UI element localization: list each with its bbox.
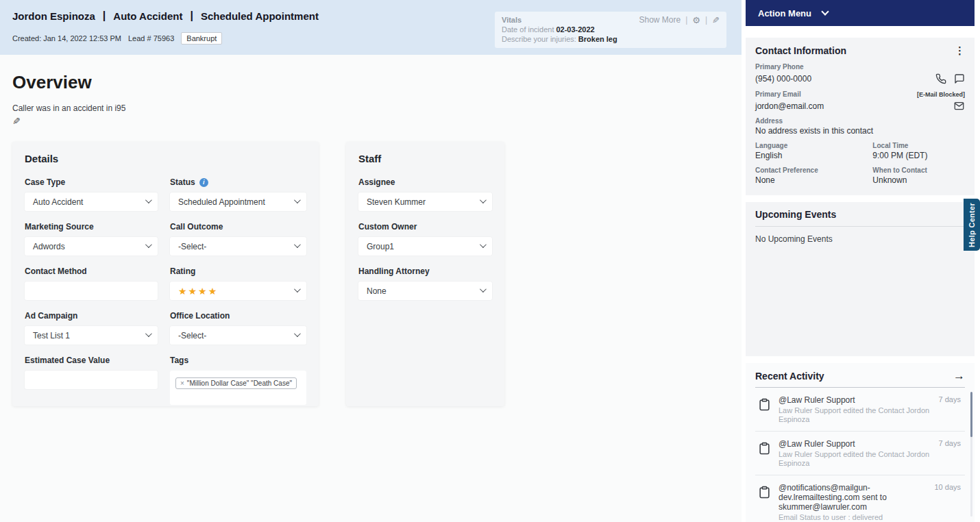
field-office-location: Office Location -Select- — [170, 311, 306, 345]
custom-owner-select[interactable]: Group1 — [358, 237, 492, 256]
status-select[interactable]: Scheduled Appointment — [170, 192, 306, 211]
kebab-menu-icon[interactable]: ⋮ — [955, 45, 965, 57]
lead-number: Lead # 75963 — [128, 34, 174, 42]
phone-icon[interactable] — [935, 73, 946, 84]
activity-item[interactable]: @notifications@mailgun-dev.lremailtestin… — [755, 475, 965, 522]
field-label: Call Outcome — [170, 222, 306, 232]
activity-item[interactable]: @Law Ruler Support 7 days Law Ruler Supp… — [755, 432, 965, 475]
field-status: Status i Scheduled Appointment — [170, 177, 306, 211]
field-marketing-source: Marketing Source Adwords — [25, 222, 158, 256]
upcoming-events-title: Upcoming Events — [755, 209, 965, 227]
activity-description: Law Ruler Support edited the Contact Jor… — [779, 450, 961, 468]
field-label: Ad Campaign — [25, 311, 158, 321]
clipboard-icon — [758, 486, 771, 499]
vitals-field-label: Describe your injuries: — [502, 35, 576, 43]
selected-value: -Select- — [178, 331, 206, 340]
marketing-source-select[interactable]: Adwords — [25, 237, 158, 256]
language-value: English — [755, 151, 872, 160]
estimated-case-value-input[interactable] — [25, 371, 158, 389]
contact-method-input[interactable] — [25, 282, 158, 300]
activity-title: @Law Ruler Support — [779, 439, 855, 449]
vitals-title: Vitals — [502, 16, 522, 24]
field-label: Case Type — [25, 177, 158, 187]
chevron-down-icon — [294, 330, 301, 337]
language-label: Language — [755, 142, 872, 149]
arrow-right-icon[interactable]: → — [953, 370, 965, 382]
envelope-icon[interactable] — [953, 101, 965, 111]
right-sidebar: Action Menu Contact Information ⋮ Primar… — [746, 0, 975, 522]
handling-attorney-select[interactable]: None — [358, 282, 492, 300]
gear-icon[interactable]: ⚙ — [692, 16, 700, 25]
edit-pencil-icon[interactable]: ✎ — [12, 116, 21, 127]
star-rating-icons: ★★★★ — [178, 286, 218, 297]
field-label: Office Location — [170, 311, 306, 321]
local-time-label: Local Time — [872, 142, 965, 149]
field-label: Estimated Case Value — [25, 356, 158, 365]
field-case-type: Case Type Auto Accident — [25, 177, 158, 211]
chevron-down-icon — [145, 197, 152, 203]
clipboard-icon — [758, 442, 771, 455]
case-type-select[interactable]: Auto Accident — [25, 192, 158, 211]
field-handling-attorney: Handling Attorney None — [358, 266, 492, 300]
chevron-down-icon — [145, 241, 152, 248]
recent-activity-title: Recent Activity — [755, 371, 824, 382]
vitals-field-label: Date of incident — [502, 25, 554, 34]
tag-label: "Million Dollar Case" "Death Case" — [187, 380, 292, 387]
selected-value: -Select- — [178, 242, 206, 251]
call-outcome-select[interactable]: -Select- — [170, 237, 306, 256]
activity-description: Email Status to user : delivered — [779, 513, 961, 522]
chevron-down-icon — [480, 286, 487, 293]
edit-pencil-icon[interactable]: ✎ — [712, 16, 720, 25]
sms-chat-icon[interactable] — [954, 73, 965, 84]
chevron-down-icon — [294, 197, 301, 203]
lead-meta: Created: Jan 14, 2022 12:53 PM Lead # 75… — [12, 32, 222, 45]
selected-value: Scheduled Appointment — [178, 197, 265, 207]
recent-activity-panel: Recent Activity → @Law Ruler Support 7 d… — [746, 363, 975, 522]
separator: | — [685, 15, 687, 25]
field-assignee: Assignee Steven Kummer — [358, 177, 492, 211]
main-content: Jordon Espinoza | Auto Accident | Schedu… — [0, 0, 742, 522]
local-time-value: 9:00 PM (EDT) — [872, 151, 965, 160]
staff-panel: Staff Assignee Steven Kummer Custom Owne… — [346, 142, 504, 406]
action-menu-button[interactable]: Action Menu — [746, 0, 975, 26]
chevron-down-icon — [294, 286, 301, 293]
lead-header: Jordon Espinoza | Auto Accident | Schedu… — [0, 0, 742, 55]
field-estimated-case-value: Estimated Case Value — [25, 356, 158, 405]
contact-name: Jordon Espinoza — [12, 10, 95, 22]
ad-campaign-select[interactable]: Test List 1 — [25, 326, 158, 345]
field-label: Handling Attorney — [358, 266, 492, 276]
email-blocked-flag: [E-Mail Blocked] — [917, 91, 965, 98]
activity-time: 7 days — [939, 439, 961, 449]
activity-item[interactable]: @Law Ruler Support 7 days Law Ruler Supp… — [755, 388, 965, 432]
when-to-contact-value: Unknown — [872, 175, 965, 185]
rating-select[interactable]: ★★★★ — [170, 282, 306, 300]
chevron-down-icon — [294, 241, 301, 248]
field-rating: Rating ★★★★ — [170, 266, 306, 300]
upcoming-events-empty: No Upcoming Events — [755, 234, 965, 244]
status-badge: Bankrupt — [181, 32, 222, 45]
chevron-down-icon — [480, 241, 487, 248]
tags-input[interactable]: × "Million Dollar Case" "Death Case" — [170, 371, 306, 405]
activity-title: @notifications@mailgun-dev.lremailtestin… — [779, 483, 916, 512]
field-call-outcome: Call Outcome -Select- — [170, 222, 306, 256]
show-more-link[interactable]: Show More — [639, 15, 681, 25]
details-panel-title: Details — [25, 153, 306, 164]
help-center-tab[interactable]: Help Center — [964, 199, 980, 251]
activity-title: @Law Ruler Support — [779, 395, 855, 405]
field-label: Assignee — [358, 177, 492, 187]
clipboard-icon — [758, 398, 771, 411]
selected-value: Adwords — [33, 242, 65, 251]
office-location-select[interactable]: -Select- — [170, 326, 306, 345]
remove-tag-icon[interactable]: × — [180, 380, 184, 387]
scrollbar-thumb[interactable] — [970, 392, 972, 437]
vitals-field-value: Broken leg — [578, 35, 617, 43]
activity-time: 10 days — [934, 483, 961, 512]
selected-value: Steven Kummer — [367, 197, 426, 207]
assignee-select[interactable]: Steven Kummer — [358, 192, 492, 211]
lead-detail-page: Jordon Espinoza | Auto Accident | Schedu… — [0, 0, 980, 522]
contact-preference-value: None — [755, 175, 872, 185]
tag-chip[interactable]: × "Million Dollar Case" "Death Case" — [175, 377, 297, 389]
info-icon[interactable]: i — [199, 178, 208, 187]
vitals-field: Describe your injuries:Broken leg — [502, 34, 720, 44]
action-menu-label: Action Menu — [758, 8, 811, 18]
